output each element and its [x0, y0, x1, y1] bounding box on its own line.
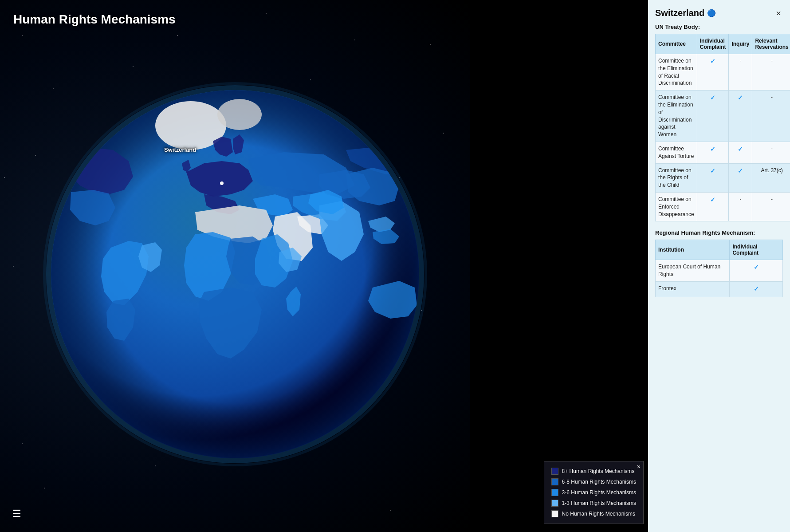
legend-item: 3-6 Human Rights Mechanisms	[551, 489, 636, 496]
reservations-cell: -	[752, 142, 790, 163]
legend-item: 8+ Human Rights Mechanisms	[551, 468, 636, 475]
col-individual-complaint: Individual Complaint	[697, 34, 729, 54]
col-regional-individual-complaint: Individual Complaint	[730, 240, 783, 260]
legend-color	[551, 468, 558, 475]
legend: × 8+ Human Rights Mechanisms6-8 Human Ri…	[544, 461, 644, 524]
inquiry-cell: ✓	[729, 142, 752, 163]
legend-color	[551, 489, 558, 496]
reservations-cell: -	[752, 54, 790, 91]
grid-icon[interactable]: ☰	[12, 508, 21, 520]
legend-close-button[interactable]: ×	[637, 463, 641, 470]
info-panel: Switzerland 🔵 × UN Treaty Body: Committe…	[648, 0, 790, 532]
country-name: Switzerland	[655, 8, 704, 18]
committee-cell: Committee on the Elimination of Discrimi…	[656, 91, 697, 142]
un-table-row: Committee on the Rights of the Child✓✓Ar…	[656, 163, 790, 192]
un-treaty-table: Committee Individual Complaint Inquiry R…	[655, 34, 790, 221]
institution-cell: Frontex	[656, 281, 730, 297]
close-button[interactable]: ×	[774, 9, 783, 18]
inquiry-cell: -	[729, 192, 752, 221]
legend-item: No Human Rights Mechanisms	[551, 510, 636, 517]
check-icon: ✓	[738, 94, 743, 101]
check-icon: ✓	[754, 264, 759, 271]
regional-section-label: Regional Human Rights Mechanism:	[655, 229, 783, 236]
reservations-cell: -	[752, 192, 790, 221]
regional-table: Institution Individual Complaint Europea…	[655, 240, 783, 297]
check-icon: ✓	[738, 146, 743, 153]
check-icon: ✓	[738, 167, 743, 174]
svg-point-7	[220, 181, 224, 185]
un-table-row: Committee on the Elimination of Discrimi…	[656, 91, 790, 142]
regional-individual-complaint-cell: ✓	[730, 281, 783, 297]
col-committee: Committee	[656, 34, 697, 54]
check-icon: ✓	[710, 196, 715, 203]
legend-items: 8+ Human Rights Mechanisms6-8 Human Righ…	[551, 468, 636, 517]
col-reservations: Relevant Reservations	[752, 34, 790, 54]
page-title: Human Rights Mechanisms	[13, 12, 176, 27]
svg-point-6	[217, 99, 262, 130]
legend-color	[551, 478, 558, 485]
globe-svg	[35, 75, 435, 474]
dash-value: -	[771, 146, 773, 152]
dash-value: -	[739, 196, 741, 202]
legend-color	[551, 500, 558, 507]
individual-complaint-cell: ✓	[697, 142, 729, 163]
regional-table-row: European Court of Human Rights✓	[656, 260, 783, 282]
legend-label: No Human Rights Mechanisms	[562, 511, 635, 517]
committee-cell: Committee on Enforced Disappearance	[656, 192, 697, 221]
regional-individual-complaint-cell: ✓	[730, 260, 783, 282]
institution-cell: European Court of Human Rights	[656, 260, 730, 282]
col-inquiry: Inquiry	[729, 34, 752, 54]
individual-complaint-cell: ✓	[697, 91, 729, 142]
un-section-label: UN Treaty Body:	[655, 24, 783, 30]
legend-label: 1-3 Human Rights Mechanisms	[562, 500, 636, 506]
legend-item: 6-8 Human Rights Mechanisms	[551, 478, 636, 485]
regional-table-row: Frontex✓	[656, 281, 783, 297]
inquiry-cell: ✓	[729, 91, 752, 142]
reservations-cell: -	[752, 91, 790, 142]
individual-complaint-cell: ✓	[697, 163, 729, 192]
legend-label: 6-8 Human Rights Mechanisms	[562, 479, 636, 485]
legend-item: 1-3 Human Rights Mechanisms	[551, 500, 636, 507]
check-icon: ✓	[710, 94, 715, 101]
dash-value: -	[771, 94, 773, 100]
dash-value: -	[771, 196, 773, 202]
legend-label: 8+ Human Rights Mechanisms	[562, 468, 635, 474]
legend-color	[551, 510, 558, 517]
panel-title: Switzerland 🔵	[655, 8, 716, 18]
committee-cell: Committee on the Rights of the Child	[656, 163, 697, 192]
panel-header: Switzerland 🔵 ×	[655, 8, 783, 18]
committee-cell: Committee Against Torture	[656, 142, 697, 163]
dash-value: -	[771, 58, 773, 64]
inquiry-cell: ✓	[729, 163, 752, 192]
individual-complaint-cell: ✓	[697, 54, 729, 91]
un-table-row: Committee on Enforced Disappearance✓--	[656, 192, 790, 221]
reservations-cell: Art. 37(c)	[752, 163, 790, 192]
un-table-row: Committee on the Elimination of Racial D…	[656, 54, 790, 91]
col-institution: Institution	[656, 240, 730, 260]
legend-label: 3-6 Human Rights Mechanisms	[562, 489, 636, 496]
individual-complaint-cell: ✓	[697, 192, 729, 221]
dash-value: -	[739, 58, 741, 64]
inquiry-cell: -	[729, 54, 752, 91]
un-table-row: Committee Against Torture✓✓-	[656, 142, 790, 163]
check-icon: ✓	[710, 58, 715, 65]
committee-cell: Committee on the Elimination of Racial D…	[656, 54, 697, 91]
globe-container[interactable]: Switzerland Human Rights Mechanisms ☰	[0, 0, 470, 532]
check-icon: ✓	[710, 167, 715, 174]
country-icon: 🔵	[707, 9, 716, 17]
check-icon: ✓	[710, 146, 715, 153]
check-icon: ✓	[754, 285, 759, 292]
